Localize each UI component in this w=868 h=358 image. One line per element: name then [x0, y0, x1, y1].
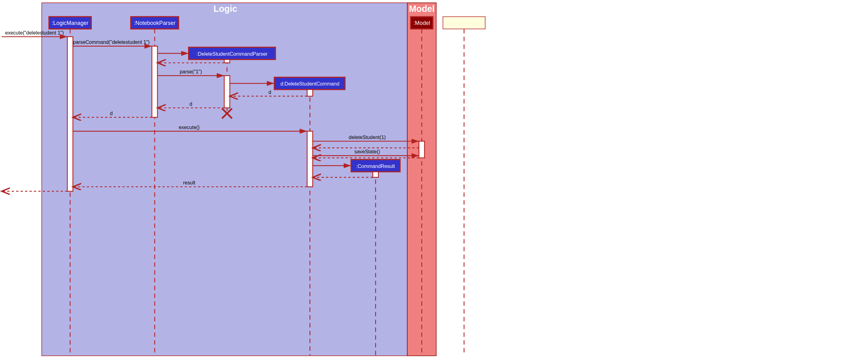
- msg-deletestudent: deleteStudent(1): [349, 134, 386, 140]
- participant-logicmanager-label: :LogicManager: [52, 20, 88, 26]
- participant-model-label: :Model: [413, 20, 430, 26]
- activation-model: [419, 141, 425, 158]
- msg-d1: d: [268, 89, 271, 95]
- model-title: Model: [409, 4, 435, 14]
- activation-notebookparser: [152, 46, 158, 117]
- participant-notebookparser-label: :NotebookParser: [134, 20, 176, 26]
- msg-parsecommand: parseCommand("deletestudent 1"): [73, 39, 150, 45]
- participant-commandresult-label: :CommandResult: [356, 163, 395, 169]
- msg-savestate: saveState(): [354, 149, 380, 154]
- activation-logicmanager: [67, 37, 73, 191]
- msg-parse: parse("1"): [180, 69, 202, 74]
- activation-deletecommand-execute: [307, 131, 313, 187]
- participant-deletecommand-label: d:DeleteStudentCommand: [280, 81, 339, 87]
- logic-title: Logic: [214, 4, 237, 14]
- activation-deleteparser-create: [224, 59, 230, 63]
- msg-d2: d: [190, 101, 192, 107]
- sequence-diagram: Logic Model Logic Model :LogicManager :N…: [0, 0, 868, 358]
- activation-deletecommand-create: [307, 90, 313, 96]
- msg-result: result: [183, 180, 195, 185]
- activation-commandresult: [373, 172, 378, 177]
- msg-execute1: execute("deletestudent 1"): [5, 30, 64, 35]
- participant-extra-label: NotebookParser: [446, 20, 482, 26]
- msg-execute2: execute(): [179, 124, 199, 130]
- activation-deleteparser-parse: [224, 75, 230, 108]
- participant-deleteparser-label: :DeleteStudentCommandParser: [196, 51, 268, 57]
- msg-d3: d: [110, 110, 113, 116]
